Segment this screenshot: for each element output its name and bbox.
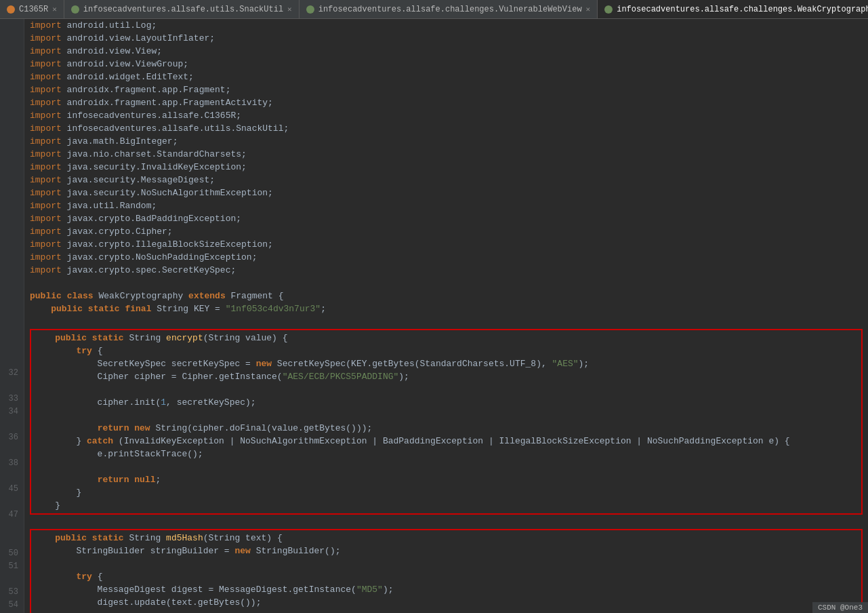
ln-blank: [5, 354, 18, 367]
tab-label-vulnerablewebview: infosecadventures.allsafe.challenges.Vul…: [318, 5, 582, 14]
ln-54: 54: [5, 599, 18, 612]
code-line-blank-4: [34, 409, 859, 422]
tab-icon-snackutil: [71, 5, 79, 14]
code-line-54-content: MessageDigest digest = MessageDigest.get…: [34, 583, 859, 596]
ln-50: 50: [5, 547, 18, 560]
code-line-import-4: import android.view.ViewGroup;: [30, 58, 863, 71]
code-line-import-10: import java.math.BigInteger;: [30, 135, 863, 148]
ln-blank: [5, 109, 18, 122]
ln-blank: [5, 96, 18, 109]
ln-blank: [5, 32, 18, 45]
ln-blank: [5, 470, 18, 483]
code-line-blank-8: [34, 609, 859, 613]
code-line-32: public class WeakCryptography extends Fr…: [30, 290, 863, 302]
ln-blank: [5, 341, 18, 354]
code-line-blank-6: [30, 515, 863, 528]
code-line-35: SecretKeySpec secretKeySpec = new Secret…: [34, 357, 859, 370]
ln-51: 51: [5, 560, 18, 573]
code-line-catch-1: } catch (InvalidKeyException | NoSuchAlg…: [34, 435, 859, 448]
code-line-33: public static String encrypt(String valu…: [34, 332, 859, 344]
boxed-encrypt-section: public static String encrypt(String valu…: [30, 329, 863, 515]
code-line-51: StringBuilder stringBuilder = new String…: [34, 545, 859, 557]
ln-36: 36: [5, 431, 18, 444]
tab-label-weakcryptography: infosecadventures.allsafe.challenges.Wea…: [617, 5, 868, 14]
ln-blank: [5, 45, 18, 58]
code-line-import-14: import java.security.NoSuchAlgorithmExce…: [30, 186, 863, 199]
ln-blank: [5, 83, 18, 96]
code-line-blank-2: [30, 315, 863, 328]
code-line-53: try {: [34, 570, 859, 583]
code-line-import-1: import android.util.Log;: [30, 19, 863, 32]
ln-blank: [5, 290, 18, 302]
ln-47: 47: [5, 509, 18, 521]
tab-label-c1365r: C1365R: [19, 5, 48, 14]
code-line-blank-3: [34, 383, 859, 396]
ln-blank: [5, 19, 18, 32]
code-line-import-17: import javax.crypto.Cipher;: [30, 225, 863, 238]
tabs-bar: C1365R ✕ infosecadventures.allsafe.utils…: [0, 0, 868, 19]
code-line-import-15: import java.util.Random;: [30, 199, 863, 212]
code-line-import-8: import infosecadventures.allsafe.C1365R;: [30, 109, 863, 122]
ln-blank: [5, 148, 18, 161]
tab-c1365r[interactable]: C1365R ✕: [0, 0, 64, 18]
code-line-blank-1: [30, 277, 863, 290]
tab-snackutil[interactable]: infosecadventures.allsafe.utils.SnackUti…: [64, 0, 299, 18]
tab-icon-weakcryptography: [604, 5, 613, 14]
ln-blank: [5, 380, 18, 393]
code-line-import-18: import javax.crypto.IllegalBlockSizeExce…: [30, 238, 863, 251]
code-line-47: return null;: [34, 473, 859, 486]
code-line-close-catch-1: }: [34, 486, 859, 499]
code-line-import-5: import android.widget.EditText;: [30, 71, 863, 83]
ln-blank: [5, 212, 18, 225]
ln-blank: [5, 444, 18, 457]
code-line-import-19: import javax.crypto.NoSuchPaddingExcepti…: [30, 251, 863, 264]
ln-blank: [5, 277, 18, 290]
ln-blank: [5, 186, 18, 199]
ln-blank: [5, 238, 18, 251]
tab-vulnerablewebview[interactable]: infosecadventures.allsafe.challenges.Vul…: [299, 0, 598, 18]
editor-content: 32 33 34 36 38 45 47 50 51 53 54 56 58 6…: [0, 19, 868, 613]
ln-blank: [5, 174, 18, 186]
code-line-import-2: import android.view.LayoutInflater;: [30, 32, 863, 45]
ln-blank: [5, 302, 18, 315]
boxed-md5hash-section: public static String md5Hash(String text…: [30, 529, 863, 613]
code-line-return-encrypt: return new String(cipher.doFinal(value.g…: [34, 422, 859, 435]
ln-blank: [5, 521, 18, 534]
ln-blank: [5, 58, 18, 71]
ln-blank: [5, 122, 18, 135]
code-line-import-3: import android.view.View;: [30, 45, 863, 58]
tab-weakcryptography[interactable]: infosecadventures.allsafe.challenges.Wea…: [598, 0, 868, 18]
ln-blank: [5, 251, 18, 264]
ln-blank: [5, 534, 18, 547]
ln-34: 34: [5, 406, 18, 418]
tab-close-c1365r[interactable]: ✕: [52, 5, 57, 14]
code-line-54: digest.update(text.getBytes());: [34, 596, 859, 609]
ln-blank: [5, 225, 18, 238]
code-line-key: public static final String KEY = "1nf053…: [30, 302, 863, 315]
ln-blank: [5, 199, 18, 212]
code-line-import-12: import java.security.InvalidKeyException…: [30, 161, 863, 174]
code-line-import-7: import androidx.fragment.app.FragmentAct…: [30, 96, 863, 109]
ln-blank: [5, 573, 18, 586]
tab-close-vulnerablewebview[interactable]: ✕: [586, 5, 591, 14]
tab-close-snackutil[interactable]: ✕: [287, 5, 292, 14]
code-editor[interactable]: import android.util.Log; import android.…: [24, 19, 868, 613]
ln-blank: [5, 328, 18, 341]
code-line-34: try {: [34, 344, 859, 357]
code-line-import-11: import java.nio.charset.StandardCharsets…: [30, 148, 863, 161]
ln-32: 32: [5, 367, 18, 380]
ln-blank: [5, 71, 18, 83]
code-line-import-16: import javax.crypto.BadPaddingException;: [30, 212, 863, 225]
tab-icon-vulnerablewebview: [306, 5, 314, 14]
ln-33: 33: [5, 393, 18, 406]
code-line-blank-5: [34, 460, 859, 473]
code-line-36: Cipher cipher = Cipher.getInstance("AES/…: [34, 370, 859, 383]
ln-blank: [5, 418, 18, 431]
tab-label-snackutil: infosecadventures.allsafe.utils.SnackUti…: [83, 5, 283, 14]
code-line-38: cipher.init(1, secretKeySpec);: [34, 396, 859, 409]
ln-53: 53: [5, 586, 18, 599]
ln-blank: [5, 161, 18, 174]
code-line-45: e.printStackTrace();: [34, 448, 859, 460]
tab-icon-c1365r: [7, 5, 15, 14]
code-line-import-20: import javax.crypto.spec.SecretKeySpec;: [30, 264, 863, 277]
